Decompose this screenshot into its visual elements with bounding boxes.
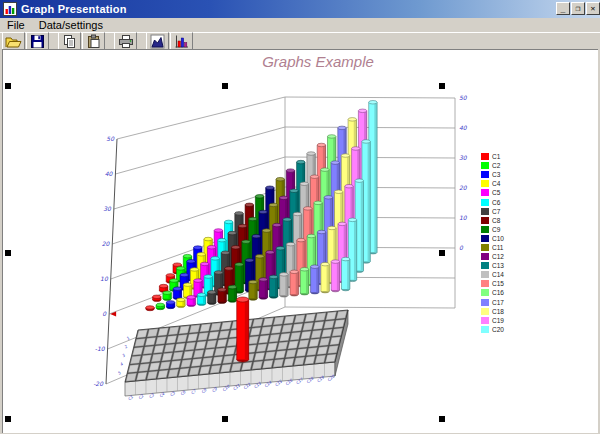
- legend-item[interactable]: C14: [481, 270, 504, 279]
- legend-item[interactable]: C6: [481, 197, 504, 206]
- legend-swatch: [481, 253, 489, 260]
- legend-swatch: [481, 308, 489, 315]
- legend-item[interactable]: C16: [481, 288, 504, 297]
- selection-handle[interactable]: [439, 250, 445, 256]
- svg-text:4: 4: [119, 361, 124, 367]
- selection-handle[interactable]: [439, 83, 445, 89]
- legend-item[interactable]: C12: [481, 252, 504, 261]
- svg-text:40: 40: [105, 170, 114, 177]
- legend-label: C12: [492, 253, 504, 260]
- svg-text:50: 50: [459, 94, 468, 101]
- svg-text:30: 30: [459, 154, 468, 161]
- legend-swatch: [481, 235, 489, 242]
- svg-text:30: 30: [103, 205, 112, 212]
- svg-text:10: 10: [459, 214, 468, 221]
- legend-item[interactable]: C1: [481, 152, 504, 161]
- legend-swatch: [481, 153, 489, 160]
- legend-item[interactable]: C8: [481, 216, 504, 225]
- selection-handle[interactable]: [5, 416, 11, 422]
- legend[interactable]: C1C2C3C4C5C6C7C8C9C10C11C12C13C14C15C16C…: [481, 152, 504, 334]
- legend-label: C4: [492, 180, 500, 187]
- svg-text:40: 40: [459, 124, 468, 131]
- svg-text:0: 0: [459, 244, 464, 251]
- legend-label: C3: [492, 171, 500, 178]
- svg-text:2: 2: [123, 344, 128, 350]
- legend-swatch: [481, 262, 489, 269]
- legend-swatch: [481, 326, 489, 333]
- legend-swatch: [481, 189, 489, 196]
- svg-text:5: 5: [117, 370, 122, 376]
- legend-label: C16: [492, 289, 504, 296]
- legend-label: C18: [492, 308, 504, 315]
- selection-handle[interactable]: [222, 83, 228, 89]
- legend-swatch: [481, 162, 489, 169]
- legend-item[interactable]: C17: [481, 298, 504, 307]
- svg-text:-20: -20: [93, 380, 104, 387]
- svg-text:20: 20: [102, 240, 111, 247]
- legend-label: C9: [492, 226, 500, 233]
- selection-handle[interactable]: [222, 416, 228, 422]
- legend-item[interactable]: C7: [481, 207, 504, 216]
- legend-label: C17: [492, 299, 504, 306]
- selection-handle[interactable]: [5, 250, 11, 256]
- legend-label: C13: [492, 262, 504, 269]
- legend-swatch: [481, 244, 489, 251]
- legend-swatch: [481, 280, 489, 287]
- legend-label: C19: [492, 317, 504, 324]
- legend-swatch: [481, 226, 489, 233]
- legend-swatch: [481, 299, 489, 306]
- legend-item[interactable]: C11: [481, 243, 504, 252]
- legend-item[interactable]: C19: [481, 316, 504, 325]
- legend-swatch: [481, 271, 489, 278]
- legend-label: C6: [492, 199, 500, 206]
- legend-label: C2: [492, 162, 500, 169]
- legend-swatch: [481, 289, 489, 296]
- selection-handle[interactable]: [439, 416, 445, 422]
- legend-item[interactable]: C10: [481, 234, 504, 243]
- legend-label: C7: [492, 208, 500, 215]
- legend-item[interactable]: C4: [481, 179, 504, 188]
- legend-label: C1: [492, 153, 500, 160]
- legend-label: C15: [492, 280, 504, 287]
- svg-text:0: 0: [102, 310, 107, 317]
- legend-item[interactable]: C18: [481, 307, 504, 316]
- svg-text:-10: -10: [95, 345, 106, 352]
- legend-swatch: [481, 180, 489, 187]
- legend-item[interactable]: C3: [481, 170, 504, 179]
- legend-item[interactable]: C13: [481, 261, 504, 270]
- legend-swatch: [481, 199, 489, 206]
- legend-label: C11: [492, 244, 503, 251]
- legend-label: C8: [492, 217, 500, 224]
- legend-label: C14: [492, 271, 504, 278]
- svg-text:20: 20: [459, 184, 468, 191]
- selection-handle[interactable]: [5, 83, 11, 89]
- legend-swatch: [481, 208, 489, 215]
- legend-label: C10: [492, 235, 504, 242]
- legend-label: C20: [492, 326, 504, 333]
- chart-3d[interactable]: 50403020100-10-205040302010012345C1C2C3C…: [0, 0, 600, 434]
- legend-item[interactable]: C20: [481, 325, 504, 334]
- legend-swatch: [481, 217, 489, 224]
- legend-item[interactable]: C9: [481, 225, 504, 234]
- legend-swatch: [481, 171, 489, 178]
- legend-label: C5: [492, 189, 500, 196]
- legend-item[interactable]: C5: [481, 188, 504, 197]
- svg-text:3: 3: [121, 353, 126, 359]
- legend-item[interactable]: C2: [481, 161, 504, 170]
- legend-item[interactable]: C15: [481, 279, 504, 288]
- svg-text:10: 10: [100, 275, 109, 282]
- svg-text:50: 50: [106, 135, 115, 142]
- legend-swatch: [481, 317, 489, 324]
